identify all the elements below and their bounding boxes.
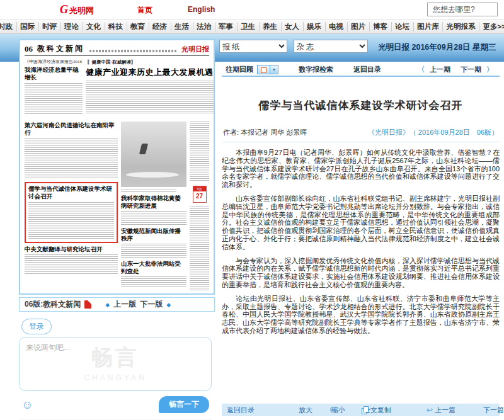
text-placeholder: [86, 81, 214, 113]
newspaper-col-right: 9月 27: [190, 122, 209, 290]
issue-dateline: 光明日报 2016年09月28日 星期三: [378, 42, 496, 53]
comment-actions-row: ☺ 畅言一下: [19, 396, 212, 413]
headline-tag: 〖健康中国·权威解读〗: [87, 59, 214, 65]
pdf-icon[interactable]: [84, 300, 91, 309]
headline-documents[interactable]: 中央文献翻译与研究论坛召开: [25, 246, 118, 253]
prev-article-link[interactable]: 上一篇: [435, 406, 455, 415]
article-title: 儒学与当代诚信体系建设学术研讨会召开: [222, 98, 500, 113]
article-paragraph: 山东省委宣传部副部长徐向红，山东省社科联党组书记、副主席林建宁，光明日报社副总编…: [222, 195, 500, 251]
article-source: 《光明日报》（ 2016年09月28日 06版）: [368, 128, 498, 137]
emoji-icon[interactable]: ☺: [21, 399, 33, 411]
logo-text: 光明网: [69, 6, 94, 15]
article-author: 作者: 本报记者 周华 彭景晖: [223, 128, 307, 137]
prev-issue-link[interactable]: 上一期: [430, 65, 450, 74]
headline-marine[interactable]: 我海洋经济总量平稳增长: [25, 66, 83, 81]
headline-cotton[interactable]: 我科学家取得棉花黄萎病研究新进展: [121, 195, 186, 210]
headline-shandong[interactable]: 山东一大批非法网站受到查处: [121, 260, 186, 275]
date-picker-dropdown-icon[interactable]: ▼: [270, 65, 278, 74]
nav-item-gmbaoxi[interactable]: 光明报系: [443, 22, 479, 31]
date-picker-widget[interactable]: ▼: [257, 65, 278, 74]
magazine-select[interactable]: 杂 志: [294, 40, 368, 53]
article-henan[interactable]: 第六届河南公民道德论坛在南阳举行: [25, 122, 118, 179]
newspaper-band-bottom: 第六届河南公民道德论坛在南阳举行 儒学与当代诚信体系建设学术研讨会召开 中央文献…: [25, 122, 209, 290]
nav-item-tupian[interactable]: 图片: [348, 22, 370, 31]
comment-textarea[interactable]: [19, 337, 212, 391]
nav-item-jiaoyu[interactable]: 教育: [127, 22, 149, 31]
login-button[interactable]: 登录: [21, 319, 52, 334]
article-anhui[interactable]: 安徽规范新闻出版传播秩序: [121, 227, 186, 258]
nav-item-shiping[interactable]: 时评: [39, 22, 61, 31]
paper-select[interactable]: 报 纸: [219, 40, 287, 53]
english-link[interactable]: English: [188, 5, 215, 14]
nav-item-jingji[interactable]: 经济: [149, 22, 171, 31]
current-page-label: 06版:教科文新闻: [25, 299, 81, 310]
gmw-logo[interactable]: G光明网: [60, 3, 94, 16]
main-nav: 时政 国际 时评 理论 文化 科技 教育 经济 生活 法治 军事 卫生 养生 女…: [0, 19, 504, 34]
nav-item-lilun[interactable]: 理论: [61, 22, 83, 31]
headline-confucian[interactable]: 儒学与当代诚信体系建设学术研讨会召开: [28, 185, 114, 200]
nav-item-yule[interactable]: 娱乐: [304, 22, 326, 31]
prev-issue-arrow-icon: 〈: [418, 65, 425, 74]
newspaper-col-mid2: 我科学家取得棉花黄萎病研究新进展 安徽规范新闻出版传播秩序 山东一大批非法网站受…: [121, 122, 186, 290]
article-pane: 儒学与当代诚信体系建设学术研讨会召开 作者: 本报记者 周华 彭景晖 《光明日报…: [222, 77, 500, 408]
where-to-go-box[interactable]: 您想去哪里?: [427, 3, 498, 16]
nav-item-nvren[interactable]: 女人: [282, 22, 304, 31]
submit-comment-button[interactable]: 畅言一下: [159, 396, 209, 413]
next-issue-link[interactable]: 下一期: [461, 65, 481, 74]
nav-item-weisheng[interactable]: 卫生: [238, 22, 260, 31]
text-placeholder: [121, 276, 186, 288]
next-article-link[interactable]: 下一篇: [483, 406, 504, 415]
nav-item-junshi[interactable]: 军事: [215, 22, 238, 31]
newspaper-col-left: 《中国海洋经济发展报告2016》发布 我海洋经济总量平稳增长: [25, 59, 83, 119]
newspaper-section-title: 教科文新闻: [37, 43, 84, 54]
nav-item-tupianku[interactable]: 图片库: [414, 22, 444, 31]
nav-item-keji[interactable]: 科技: [105, 22, 127, 31]
page-navigation-bar: 06版:教科文新闻 ◆ 上一版 下一版 ◆: [19, 297, 215, 312]
nav-item-more[interactable]: 更多>>: [479, 22, 504, 31]
newspaper-band-top: 《中国海洋经济发展报告2016》发布 我海洋经济总量平稳增长 〖健康中国·权威解…: [25, 59, 209, 119]
text-placeholder: [190, 122, 209, 182]
back-to-contents-bottom-link[interactable]: 返回目录: [227, 406, 255, 415]
headline-health[interactable]: 健康产业迎来历史上最大发展机遇: [86, 67, 214, 78]
article-cotton[interactable]: 我科学家取得棉花黄萎病研究新进展: [121, 195, 186, 225]
next-issue-arrow-icon: 〉: [486, 65, 493, 74]
article-shandong[interactable]: 山东一大批非法网站受到查处: [121, 260, 186, 288]
newspaper-page-thumbnail[interactable]: 06 教科文新闻 光明日报 《中国海洋经济发展报告2016》发布 我海洋经济总量…: [19, 39, 215, 295]
newspaper-col-main: 〖健康中国·权威解读〗 健康产业迎来历史上最大发展机遇: [86, 59, 214, 119]
date-picker-calendar-icon[interactable]: [258, 65, 270, 74]
calendar-month: 9月: [193, 186, 206, 191]
calendar-icon: 9月 27: [193, 186, 207, 203]
article-paragraph: 论坛由光明日报社、山东省委宣传部、山东省社科联、济宁市委和曲阜师范大学等主办，采…: [222, 295, 500, 335]
issue-toolbar: 往期回顾 ▼ 数字报检索 返回目录 〈 上一期 下一期 〉: [222, 64, 500, 77]
back-to-contents-link[interactable]: 返回目录: [353, 65, 381, 74]
comment-widget: 登录 畅言 CHANGYAN ☺ 畅言一下 还没有评论，快来抢沙发吧!: [19, 319, 212, 420]
nav-item-boke[interactable]: 博客: [370, 22, 392, 31]
home-link[interactable]: 首页: [137, 5, 152, 16]
nav-item-guoji[interactable]: 国际: [17, 22, 39, 31]
nav-item-yangsheng[interactable]: 养生: [260, 22, 282, 31]
article-documents[interactable]: 中央文献翻译与研究论坛召开: [25, 246, 118, 275]
headline-henan[interactable]: 第六届河南公民道德论坛在南阳举行: [25, 122, 118, 137]
headline-kicker: 《中国海洋经济发展报告2016》发布: [25, 59, 83, 65]
newspaper-masthead-logo: 光明日报: [181, 45, 209, 54]
nav-item-luntan[interactable]: 论坛: [392, 22, 414, 31]
digital-search-link[interactable]: 数字报检索: [299, 65, 333, 74]
newspaper-page-number: 06: [25, 44, 33, 54]
back-issues-link[interactable]: 往期回顾: [226, 65, 253, 74]
nav-item-wenhua[interactable]: 文化: [83, 22, 105, 31]
highlighted-article-box[interactable]: 儒学与当代诚信体系建设学术研讨会召开: [25, 182, 118, 243]
next-page-link[interactable]: 下一版: [140, 299, 163, 310]
nav-item-shizheng[interactable]: 时政: [0, 22, 17, 31]
headline-anhui[interactable]: 安徽规范新闻出版传播秩序: [121, 227, 186, 242]
nav-item-fazhi[interactable]: 法治: [193, 22, 215, 31]
prev-page-link[interactable]: 上一版: [113, 299, 136, 310]
text-placeholder: [28, 202, 114, 240]
nav-item-shenghuo[interactable]: 生活: [171, 22, 193, 31]
top-bar: G光明网 首页 English 您想去哪里?: [0, 0, 504, 19]
zoom-in-link[interactable]: 放大: [299, 406, 312, 415]
photo-caption-placeholder: [121, 190, 176, 192]
text-placeholder: [121, 211, 186, 225]
article-body: 本报曲阜9月27日电（记者周华、彭景晖）如何从传统文化中汲取营养、借鉴智慧？在纪…: [222, 149, 500, 408]
nav-item-dianshi[interactable]: 电视: [326, 22, 348, 31]
text-placeholder: [121, 244, 186, 258]
